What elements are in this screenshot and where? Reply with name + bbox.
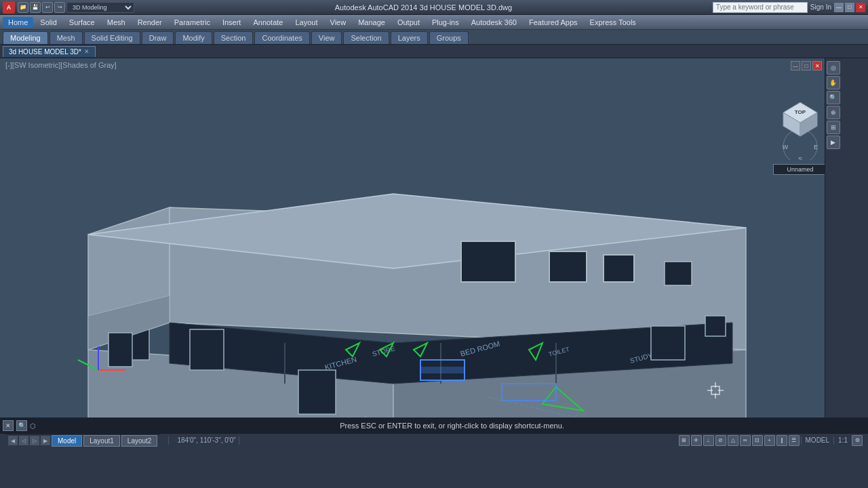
- svg-rect-22: [651, 326, 685, 360]
- zoom-extent-tool[interactable]: ⊕: [827, 106, 840, 119]
- tab-modeling[interactable]: Modeling: [3, 31, 48, 44]
- tab-draw[interactable]: Draw: [142, 31, 174, 44]
- viewport[interactable]: [-][SW Isometric][Shades of Gray] — □ ✕: [0, 58, 841, 418]
- menu-item-insert[interactable]: Insert: [217, 17, 247, 28]
- viewport-restore[interactable]: □: [802, 61, 811, 70]
- tp-btn[interactable]: ☰: [789, 435, 800, 446]
- layout-prev[interactable]: ◀: [8, 436, 18, 445]
- menu-item-home[interactable]: Home: [3, 17, 33, 28]
- tab-selection[interactable]: Selection: [343, 31, 389, 44]
- layout-prev-more[interactable]: ◁: [19, 436, 28, 445]
- orbit-tool[interactable]: ◎: [827, 61, 840, 75]
- toolbar-icons: 📁 💾 ↩ ↪ 3D Modeling: [18, 2, 134, 13]
- viewport-label: [-][SW Isometric][Shades of Gray]: [5, 61, 117, 69]
- save-icon[interactable]: 💾: [30, 2, 41, 13]
- otrack-btn[interactable]: ∞: [740, 435, 751, 446]
- ribbon-tabs: Modeling Mesh Solid Editing Draw Modify …: [0, 30, 868, 45]
- scale-indicator[interactable]: 1:1: [835, 436, 850, 444]
- menu-item-parametric[interactable]: Parametric: [169, 17, 216, 28]
- doc-tab-house[interactable]: 3d HOUSE MODEL 3D* ✕: [3, 46, 96, 57]
- viewport-close[interactable]: ✕: [812, 61, 822, 70]
- viewport-controls: — □ ✕: [791, 61, 822, 70]
- layout-tab-layout1[interactable]: Layout1: [83, 435, 120, 447]
- search-input[interactable]: [713, 2, 808, 13]
- osnap-btn[interactable]: △: [728, 435, 738, 446]
- settings-btn[interactable]: ⚙: [852, 435, 863, 446]
- coord-display: 184'0", 110'-3", 0'0": [177, 436, 235, 444]
- app-logo: A: [3, 1, 15, 14]
- doc-tab-close[interactable]: ✕: [84, 48, 90, 55]
- command-prompt: ⬡: [30, 422, 36, 430]
- tab-groups[interactable]: Groups: [429, 31, 469, 44]
- grid-btn[interactable]: ⊞: [679, 435, 690, 446]
- title-controls: — □ ✕: [834, 3, 865, 12]
- menu-item-solid[interactable]: Solid: [35, 17, 62, 28]
- svg-text:TOP: TOP: [795, 109, 806, 115]
- tab-section[interactable]: Section: [214, 31, 254, 44]
- tab-mesh[interactable]: Mesh: [50, 31, 83, 44]
- menu-item-view[interactable]: View: [325, 17, 352, 28]
- view-name-label: Unnamed: [773, 164, 827, 175]
- close-button[interactable]: ✕: [856, 3, 865, 12]
- viewport-minimize[interactable]: —: [791, 61, 800, 70]
- menu-item-manage[interactable]: Manage: [353, 17, 391, 28]
- menu-item-express-tools[interactable]: Express Tools: [585, 17, 642, 28]
- title-bar: A 📁 💾 ↩ ↪ 3D Modeling Autodesk AutoCAD 2…: [0, 0, 868, 15]
- svg-rect-19: [549, 251, 587, 282]
- menu-item-autodesk360[interactable]: Autodesk 360: [466, 17, 522, 28]
- maximize-button[interactable]: □: [845, 3, 854, 12]
- expand-tool[interactable]: ▶: [827, 136, 840, 149]
- svg-rect-35: [420, 367, 465, 373]
- svg-rect-21: [665, 262, 692, 285]
- model-space-indicator[interactable]: MODEL: [803, 436, 833, 444]
- ortho-btn[interactable]: ⟂: [703, 435, 714, 446]
- menu-item-annotate[interactable]: Annotate: [248, 17, 288, 28]
- tab-coordinates[interactable]: Coordinates: [254, 31, 309, 44]
- polar-btn[interactable]: ⊘: [715, 435, 726, 446]
- command-clear-button[interactable]: ✕: [3, 420, 14, 431]
- nav-cube[interactable]: N S W E TOP Unnamed: [773, 99, 827, 153]
- pan-tool[interactable]: ✋: [827, 76, 840, 89]
- workspace-selector[interactable]: 3D Modeling: [66, 2, 134, 13]
- ducs-btn[interactable]: ⊡: [752, 435, 763, 446]
- menu-item-plugins[interactable]: Plug-ins: [427, 17, 465, 28]
- view-tool[interactable]: ⊞: [827, 121, 840, 134]
- redo-icon[interactable]: ↪: [54, 2, 65, 13]
- lw-btn[interactable]: ‖: [776, 435, 787, 446]
- svg-rect-25: [190, 329, 224, 370]
- svg-text:W: W: [783, 144, 789, 150]
- snap-btn[interactable]: ✛: [691, 435, 702, 446]
- status-icons: ⊞ ✛ ⟂ ⊘ △ ∞ ⊡ + ‖ ☰ MODEL 1:1 ⚙: [679, 435, 863, 446]
- menu-item-mesh[interactable]: Mesh: [102, 17, 131, 28]
- title-bar-left: A 📁 💾 ↩ ↪ 3D Modeling: [3, 1, 134, 14]
- menu-item-layout[interactable]: Layout: [290, 17, 323, 28]
- tab-layers[interactable]: Layers: [391, 31, 428, 44]
- layout-next-more[interactable]: ▷: [30, 436, 39, 445]
- menu-item-surface[interactable]: Surface: [64, 17, 100, 28]
- sign-in-link[interactable]: Sign In: [810, 3, 831, 11]
- undo-icon[interactable]: ↩: [42, 2, 53, 13]
- status-separator-2: [239, 436, 239, 445]
- open-icon[interactable]: 📁: [18, 2, 28, 13]
- tab-solid-editing[interactable]: Solid Editing: [84, 31, 140, 44]
- layout-next[interactable]: ▶: [41, 436, 50, 445]
- layout-tab-layout2[interactable]: Layout2: [121, 435, 158, 447]
- menu-item-featured-apps[interactable]: Featured Apps: [524, 17, 583, 28]
- minimize-button[interactable]: —: [834, 3, 844, 12]
- menu-item-render[interactable]: Render: [132, 17, 167, 28]
- tab-view[interactable]: View: [311, 31, 342, 44]
- layout-tab-model[interactable]: Model: [52, 435, 82, 447]
- svg-rect-28: [108, 333, 132, 367]
- menu-item-output[interactable]: Output: [392, 17, 425, 28]
- layout-tabs: ◀ ◁ ▷ ▶ Model Layout1 Layout2: [5, 434, 160, 447]
- command-search-button[interactable]: 🔍: [16, 420, 27, 431]
- status-sep-3: [801, 436, 802, 445]
- right-toolbar: ◎ ✋ 🔍 ⊕ ⊞ ▶: [825, 58, 841, 418]
- svg-text:E: E: [814, 144, 818, 150]
- svg-rect-26: [298, 370, 336, 414]
- command-input-area: ✕ 🔍 ⬡ Press ESC or ENTER to exit, or rig…: [0, 419, 868, 433]
- tab-modify[interactable]: Modify: [175, 31, 212, 44]
- title-text: Autodesk AutoCAD 2014 3d HOUSE MODEL 3D.…: [134, 3, 713, 12]
- dyn-btn[interactable]: +: [764, 435, 775, 446]
- zoom-tool[interactable]: 🔍: [827, 91, 840, 104]
